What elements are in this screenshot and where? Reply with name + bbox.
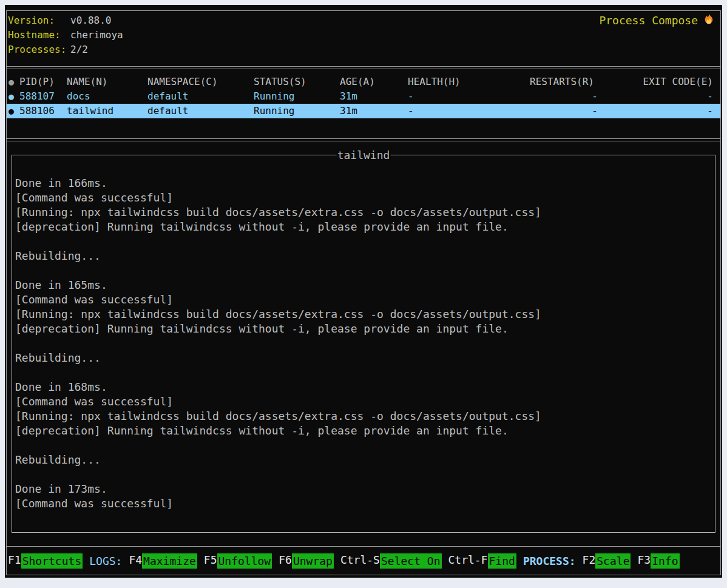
hotkey-key: F1 [8,553,21,569]
cell-namespace: default [147,104,254,118]
cell-name: docs [67,89,147,104]
app-title-text: Process Compose [599,13,698,28]
log-line [15,336,712,351]
log-line: Done in 165ms. [15,278,712,292]
hostname-label: Hostname: [8,28,70,42]
log-line: [Running: npx tailwindcss build docs/ass… [15,205,712,220]
log-line [15,234,712,249]
col-exit-code[interactable]: EXIT CODE(E) [598,75,720,89]
log-line: Done in 173ms. [15,482,712,496]
hotkey-chip: Scale [595,553,631,569]
process-section-label: PROCESS: [523,555,576,567]
version-value: v0.88.0 [70,15,111,26]
hotkey-chip: Unwrap [292,553,334,569]
log-content[interactable]: Done in 166ms. [Command was successful] … [13,156,714,532]
status-dot-icon: ● [8,75,19,89]
cell-exit-code: - [598,89,720,104]
cell-health: - [408,104,530,118]
hotkey-f6-unwrap[interactable]: F6Unwrap [279,553,334,569]
col-status[interactable]: STATUS(S) [254,75,340,89]
cell-pid: 588106 [19,104,67,118]
log-line: Rebuilding... [15,453,712,467]
hotkey-ctrl-f-find[interactable]: Ctrl-FFind [448,553,516,569]
hostname-field: Hostname:cherimoya [8,28,719,42]
processes-field: Processes:2/2 [8,42,719,57]
processes-value: 2/2 [70,44,88,55]
log-line [15,438,712,453]
col-age[interactable]: AGE(A) [340,75,408,89]
cell-status: Running [254,89,340,104]
col-pid[interactable]: PID(P) [19,75,67,89]
app-title: Process Compose [599,13,715,28]
hotkey-key: F5 [204,553,217,569]
cell-name: tailwind [67,104,147,118]
hotkey-f2-scale[interactable]: F2Scale [583,553,631,569]
col-restarts[interactable]: RESTARTS(R) [530,75,598,89]
cell-exit-code: - [598,104,720,118]
table-header-row: ● PID(P) NAME(N) NAMESPACE(C) STATUS(S) … [7,75,720,89]
log-line: [Command was successful] [15,394,712,409]
process-compose-screen: { "app": { "title": "Process Compose", "… [0,0,727,588]
log-line: [Command was successful] [15,496,712,511]
cell-namespace: default [147,89,254,104]
cell-health: - [408,89,530,104]
log-section: tailwind Done in 166ms. [Command was suc… [6,141,721,547]
log-line: Done in 166ms. [15,176,712,191]
col-health[interactable]: HEALTH(H) [408,75,530,89]
hotkey-ctrl-s-select-on[interactable]: Ctrl-SSelect On [340,553,442,569]
hotkey-chip: Shortcuts [21,553,83,569]
hotkey-key: F4 [129,553,142,569]
cell-age: 31m [340,89,408,104]
log-line: [Command was successful] [15,292,712,307]
terminal-window: Version:v0.88.0 Hostname:cherimoya Proce… [5,5,722,578]
hotkey-key: Ctrl-F [448,553,488,569]
log-line: [deprecation] Running tailwindcss withou… [15,220,712,234]
hotkey-key: F2 [583,553,596,569]
table-row-tailwind-selected[interactable]: ● 588106 tailwind default Running 31m - … [7,104,720,118]
hotkey-f5-unfollow[interactable]: F5Unfollow [204,553,272,569]
hotkey-f1-shortcuts[interactable]: F1Shortcuts [8,553,83,569]
status-dot-icon: ● [8,104,19,118]
log-line [15,263,712,278]
cell-restarts: - [530,89,598,104]
col-namespace[interactable]: NAMESPACE(C) [147,75,254,89]
cell-age: 31m [340,104,408,118]
cell-pid: 588107 [19,89,67,104]
log-line: Done in 168ms. [15,380,712,394]
log-line: Rebuilding... [15,249,712,263]
hotkey-chip: Maximize [142,553,197,569]
cell-restarts: - [530,104,598,118]
version-label: Version: [8,13,70,28]
log-line: [Running: npx tailwindcss build docs/ass… [15,307,712,322]
hotkey-key: F3 [637,553,651,569]
hotkey-f3-info[interactable]: F3Info [637,553,679,569]
log-line [15,467,712,482]
cell-status: Running [254,104,340,118]
log-line: [Command was successful] [15,191,712,205]
hotkey-key: F6 [279,553,292,569]
logs-section-label: LOGS: [89,555,122,567]
header-panel: Version:v0.88.0 Hostname:cherimoya Proce… [6,10,721,67]
log-line: [deprecation] Running tailwindcss withou… [15,424,712,438]
hotkey-chip: Find [488,553,516,569]
flame-icon [703,13,715,29]
hotkey-chip: Info [651,553,679,569]
hotkey-key: Ctrl-S [340,553,380,569]
processes-label: Processes: [8,42,70,57]
log-line: [deprecation] Running tailwindcss withou… [15,322,712,336]
status-dot-icon: ● [8,89,19,104]
table-row-docs[interactable]: ● 588107 docs default Running 31m - - - [7,89,720,104]
log-panel[interactable]: tailwind Done in 166ms. [Command was suc… [12,155,715,533]
hostname-value: cherimoya [70,29,123,41]
hotkey-f4-maximize[interactable]: F4Maximize [129,553,197,569]
col-name[interactable]: NAME(N) [67,75,147,89]
status-bar: F1Shortcuts LOGS: F4Maximize F5Unfollow … [6,547,721,575]
log-line: [Running: npx tailwindcss build docs/ass… [15,409,712,424]
log-line: Rebuilding... [15,351,712,365]
hotkey-chip: Select On [380,553,442,569]
process-table: ● PID(P) NAME(N) NAMESPACE(C) STATUS(S) … [6,69,721,139]
hotkey-chip: Unfollow [217,553,272,569]
log-line [15,365,712,380]
